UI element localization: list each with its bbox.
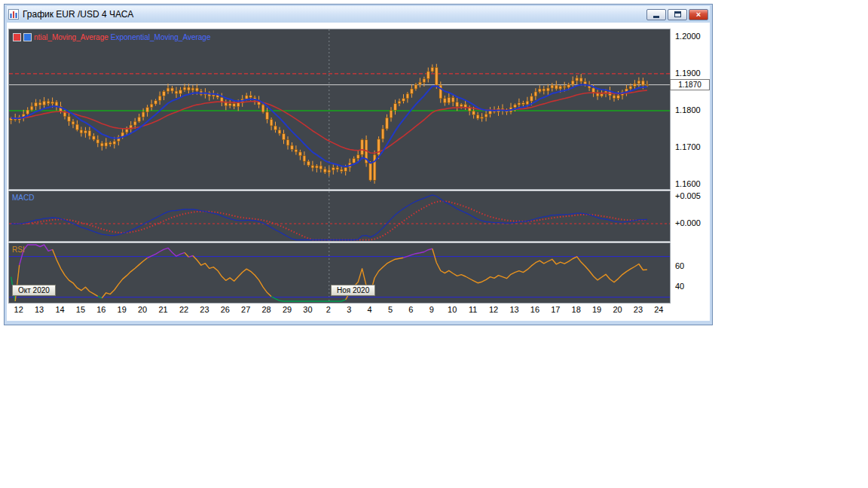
- date-label: 15: [76, 305, 85, 314]
- axis-tick: +0.005: [675, 191, 701, 200]
- window-title: График EUR /USD 4 ЧАСА: [23, 9, 646, 20]
- axis-tick: 1.1600: [675, 179, 701, 188]
- maximize-button[interactable]: [668, 9, 687, 20]
- date-label: 20: [138, 305, 147, 314]
- date-label: 5: [388, 305, 393, 314]
- month-marker-oct: Окт 2020: [12, 285, 56, 296]
- maximize-icon: [674, 11, 681, 17]
- axis-tick: 1.1800: [675, 105, 701, 114]
- date-label: 2: [326, 305, 331, 314]
- price-axis: 1.20001.19001.18001.17001.1600+0.005+0.0…: [673, 23, 710, 321]
- date-label: 16: [96, 305, 105, 314]
- candlestick-canvas: [9, 29, 670, 189]
- date-label: 13: [509, 305, 518, 314]
- axis-tick: +0.000: [675, 218, 701, 227]
- date-label: 12: [489, 305, 498, 314]
- date-label: 10: [448, 305, 457, 314]
- date-label: 14: [55, 305, 64, 314]
- date-label: 11: [469, 305, 477, 314]
- price-panel[interactable]: ntial_Moving_Average Exponential_Moving_…: [8, 29, 671, 190]
- indicator-legend: ntial_Moving_Average Exponential_Moving_…: [13, 33, 210, 41]
- time-axis: 1213141516192021222326272829302345691011…: [8, 305, 669, 319]
- legend-blue-swatch[interactable]: [23, 33, 32, 41]
- date-label: 29: [283, 305, 292, 314]
- date-label: 28: [261, 305, 270, 314]
- titlebar[interactable]: График EUR /USD 4 ЧАСА ×: [7, 6, 710, 23]
- minimize-button[interactable]: [646, 9, 666, 20]
- date-label: 23: [634, 305, 643, 314]
- legend-blue-label: Exponential_Moving_Average: [111, 33, 211, 41]
- date-label: 20: [613, 305, 622, 314]
- date-label: 23: [200, 305, 209, 314]
- close-button[interactable]: ×: [689, 9, 708, 20]
- date-label: 24: [654, 305, 663, 314]
- macd-canvas: [9, 191, 670, 241]
- month-marker-nov: Ноя 2020: [331, 285, 375, 296]
- legend-red-swatch[interactable]: [13, 33, 21, 41]
- axis-tick: 1.2000: [675, 32, 701, 41]
- date-label: 12: [14, 305, 23, 314]
- macd-panel[interactable]: MACD: [8, 191, 671, 242]
- axis-tick: 1.1700: [675, 142, 701, 151]
- current-price-tag: 1.1870: [670, 79, 710, 90]
- date-label: 27: [241, 305, 250, 314]
- macd-label: MACD: [12, 194, 34, 202]
- chart-app-icon: [8, 9, 19, 20]
- date-label: 9: [429, 305, 434, 314]
- date-label: 19: [592, 305, 601, 314]
- axis-tick: 60: [675, 261, 684, 270]
- minimize-icon: [653, 16, 659, 18]
- date-label: 26: [221, 305, 230, 314]
- date-label: 17: [551, 305, 560, 314]
- window-controls: ×: [646, 9, 708, 20]
- date-label: 16: [530, 305, 539, 314]
- chart-client-area: ntial_Moving_Average Exponential_Moving_…: [7, 23, 710, 321]
- legend-red-label: ntial_Moving_Average: [34, 33, 108, 41]
- axis-tick: 40: [675, 282, 684, 291]
- date-label: 21: [158, 305, 167, 314]
- date-label: 18: [572, 305, 581, 314]
- date-label: 19: [118, 305, 127, 314]
- date-label: 6: [408, 305, 413, 314]
- rsi-label: RSI: [12, 246, 25, 254]
- date-label: 3: [347, 305, 351, 314]
- date-label: 30: [303, 305, 312, 314]
- date-label: 22: [179, 305, 188, 314]
- chart-window: График EUR /USD 4 ЧАСА × ntial_Moving_Av…: [4, 4, 713, 325]
- date-label: 13: [35, 305, 44, 314]
- axis-tick: 1.1900: [675, 69, 701, 78]
- date-label: 4: [368, 305, 372, 314]
